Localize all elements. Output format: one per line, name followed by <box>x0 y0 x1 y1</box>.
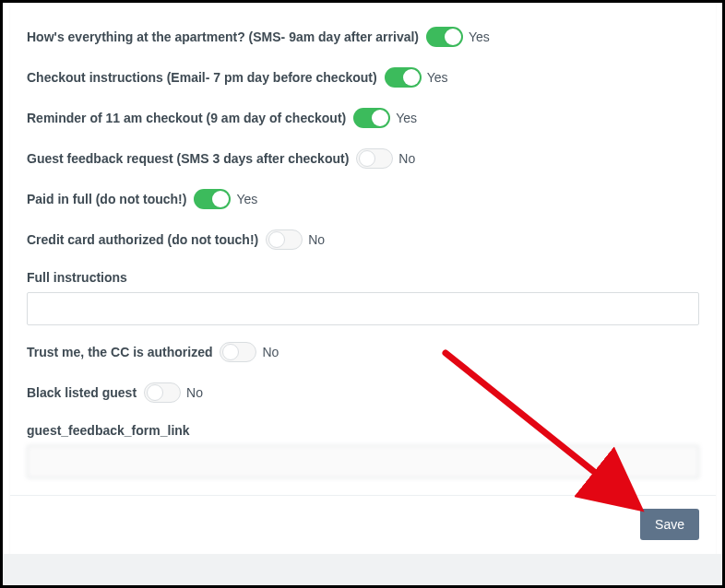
toggle-guest-feedback[interactable] <box>356 148 393 169</box>
save-button[interactable]: Save <box>640 509 699 540</box>
label-checkout-instructions: Checkout instructions (Email- 7 pm day b… <box>27 70 377 85</box>
label-paid-in-full: Paid in full (do not touch!) <box>27 192 186 206</box>
state-trust-cc: No <box>262 345 279 359</box>
state-checkout-instructions: Yes <box>427 70 448 85</box>
state-reminder-checkout: Yes <box>396 111 417 125</box>
state-guest-feedback: No <box>398 151 415 166</box>
toggle-paid-in-full[interactable] <box>194 189 231 209</box>
row-paid-in-full: Paid in full (do not touch!) Yes <box>27 189 699 209</box>
row-feedback-link: guest_feedback_form_link <box>27 423 699 478</box>
row-guest-feedback: Guest feedback request (SMS 3 days after… <box>27 148 699 169</box>
row-cc-authorized: Credit card authorized (do not touch!) N… <box>27 229 699 250</box>
row-reminder-checkout: Reminder of 11 am checkout (9 am day of … <box>27 108 699 128</box>
state-cc-authorized: No <box>308 232 325 247</box>
toggle-blacklisted[interactable] <box>144 382 181 403</box>
row-trust-cc: Trust me, the CC is authorized No <box>27 342 699 362</box>
label-full-instructions: Full instructions <box>27 270 699 285</box>
page-background-band <box>3 554 722 585</box>
input-feedback-link[interactable] <box>27 445 699 478</box>
toggle-hows-everything[interactable] <box>426 27 463 47</box>
toggle-reminder-checkout[interactable] <box>353 108 390 128</box>
toggle-cc-authorized[interactable] <box>266 229 303 250</box>
label-hows-everything: How's everything at the apartment? (SMS-… <box>27 29 419 44</box>
state-paid-in-full: Yes <box>236 192 257 206</box>
input-full-instructions[interactable] <box>27 292 699 325</box>
footer: Save <box>10 496 716 555</box>
row-hows-everything: How's everything at the apartment? (SMS-… <box>27 27 699 47</box>
row-checkout-instructions: Checkout instructions (Email- 7 pm day b… <box>27 67 699 88</box>
toggle-checkout-instructions[interactable] <box>385 67 422 88</box>
row-full-instructions: Full instructions <box>27 270 699 325</box>
label-feedback-link: guest_feedback_form_link <box>27 423 699 438</box>
label-trust-cc: Trust me, the CC is authorized <box>27 345 212 359</box>
state-hows-everything: Yes <box>469 29 490 44</box>
row-blacklisted: Black listed guest No <box>27 382 699 403</box>
label-reminder-checkout: Reminder of 11 am checkout (9 am day of … <box>27 111 346 125</box>
toggle-trust-cc[interactable] <box>220 342 256 362</box>
state-blacklisted: No <box>186 385 203 400</box>
label-blacklisted: Black listed guest <box>27 385 137 400</box>
settings-card: How's everything at the apartment? (SMS-… <box>10 3 716 554</box>
label-cc-authorized: Credit card authorized (do not touch!) <box>27 232 258 247</box>
label-guest-feedback: Guest feedback request (SMS 3 days after… <box>27 151 349 166</box>
